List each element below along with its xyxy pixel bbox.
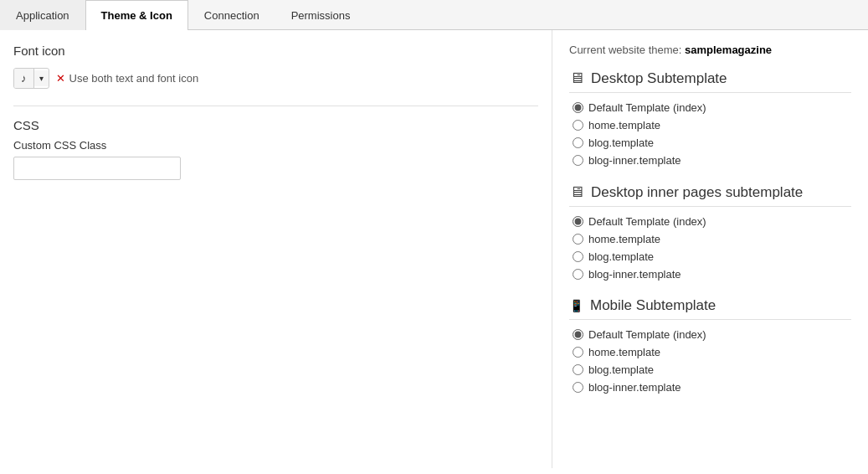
radio-default-template[interactable] bbox=[573, 102, 583, 113]
desktop-subtemplate-title: Desktop Subtemplate bbox=[591, 70, 727, 87]
radio-home-template[interactable] bbox=[573, 120, 583, 131]
radio-label: home.template bbox=[588, 233, 660, 245]
css-title: CSS bbox=[13, 118, 538, 132]
radio-blog-template[interactable] bbox=[573, 137, 583, 148]
tab-application[interactable]: Application bbox=[0, 0, 85, 30]
divider-1 bbox=[13, 106, 538, 106]
radio-mobile-default[interactable] bbox=[573, 329, 583, 340]
monitor-icon: 🖥 bbox=[569, 70, 584, 87]
radio-blog-inner-template[interactable] bbox=[573, 155, 583, 166]
desktop-inner-subtemplate-title: Desktop inner pages subtemplate bbox=[591, 184, 803, 201]
radio-label: blog-inner.template bbox=[588, 381, 681, 394]
font-icon-button[interactable]: ♪ ▾ bbox=[13, 68, 49, 89]
radio-item[interactable]: blog-inner.template bbox=[573, 154, 851, 167]
desktop-subtemplate-options: Default Template (index) home.template b… bbox=[569, 101, 851, 167]
radio-item[interactable]: home.template bbox=[573, 346, 851, 358]
mobile-subtemplate-section: 📱 Mobile Subtemplate Default Template (i… bbox=[569, 297, 851, 394]
desktop-inner-subtemplate-header: 🖥 Desktop inner pages subtemplate bbox=[569, 183, 851, 207]
radio-item[interactable]: blog.template bbox=[573, 137, 851, 149]
mobile-subtemplate-title: Mobile Subtemplate bbox=[590, 297, 716, 314]
mobile-icon: 📱 bbox=[569, 299, 583, 312]
desktop-subtemplate-section: 🖥 Desktop Subtemplate Default Template (… bbox=[569, 70, 851, 167]
radio-label: blog.template bbox=[588, 363, 654, 376]
content-area: Font icon ♪ ▾ ✕ Use both text and font i… bbox=[0, 30, 868, 468]
radio-label: Default Template (index) bbox=[588, 215, 706, 228]
radio-inner-blog[interactable] bbox=[573, 251, 583, 262]
current-theme: Current website theme: samplemagazine bbox=[569, 44, 851, 56]
radio-label: blog-inner.template bbox=[588, 154, 681, 167]
radio-item[interactable]: home.template bbox=[573, 119, 851, 131]
radio-item[interactable]: blog.template bbox=[573, 363, 851, 376]
radio-item[interactable]: home.template bbox=[573, 233, 851, 245]
font-icon-title: Font icon bbox=[13, 44, 538, 58]
radio-mobile-home[interactable] bbox=[573, 347, 583, 358]
mobile-subtemplate-options: Default Template (index) home.template b… bbox=[569, 328, 851, 394]
monitor-inner-icon: 🖥 bbox=[569, 183, 584, 201]
left-panel: Font icon ♪ ▾ ✕ Use both text and font i… bbox=[0, 30, 552, 468]
use-both-label: Use both text and font icon bbox=[69, 72, 199, 85]
radio-inner-home[interactable] bbox=[573, 234, 583, 245]
mobile-subtemplate-header: 📱 Mobile Subtemplate bbox=[569, 297, 851, 320]
tab-bar: Application Theme & Icon Connection Perm… bbox=[0, 0, 868, 30]
right-panel: Current website theme: samplemagazine 🖥 … bbox=[552, 30, 868, 468]
use-both-text-container: ✕ Use both text and font icon bbox=[56, 72, 199, 85]
tab-connection[interactable]: Connection bbox=[188, 0, 275, 30]
css-section: CSS Custom CSS Class bbox=[13, 118, 538, 180]
desktop-inner-subtemplate-section: 🖥 Desktop inner pages subtemplate Defaul… bbox=[569, 183, 851, 281]
custom-css-label: Custom CSS Class bbox=[13, 139, 538, 152]
radio-label: blog.template bbox=[588, 250, 654, 263]
desktop-subtemplate-header: 🖥 Desktop Subtemplate bbox=[569, 70, 851, 93]
radio-label: blog.template bbox=[588, 137, 654, 149]
radio-item[interactable]: blog-inner.template bbox=[573, 381, 851, 394]
x-icon: ✕ bbox=[56, 72, 65, 85]
current-theme-value: samplemagazine bbox=[685, 44, 772, 56]
tab-permissions[interactable]: Permissions bbox=[275, 0, 367, 30]
radio-label: Default Template (index) bbox=[588, 101, 706, 114]
radio-inner-default[interactable] bbox=[573, 216, 583, 227]
font-icon-music[interactable]: ♪ bbox=[14, 69, 34, 88]
radio-item[interactable]: Default Template (index) bbox=[573, 328, 851, 341]
current-theme-label: Current website theme: bbox=[569, 44, 681, 56]
radio-label: blog-inner.template bbox=[588, 268, 681, 281]
radio-label: home.template bbox=[588, 346, 660, 358]
radio-mobile-blog[interactable] bbox=[573, 364, 583, 375]
radio-item[interactable]: blog-inner.template bbox=[573, 268, 851, 281]
font-icon-row: ♪ ▾ ✕ Use both text and font icon bbox=[13, 68, 538, 89]
radio-label: Default Template (index) bbox=[588, 328, 706, 341]
desktop-inner-subtemplate-options: Default Template (index) home.template b… bbox=[569, 215, 851, 281]
radio-item[interactable]: blog.template bbox=[573, 250, 851, 263]
radio-item[interactable]: Default Template (index) bbox=[573, 101, 851, 114]
radio-inner-blog-inner[interactable] bbox=[573, 269, 583, 280]
radio-label: home.template bbox=[588, 119, 660, 131]
tab-theme-icon[interactable]: Theme & Icon bbox=[85, 0, 188, 30]
font-icon-dropdown-arrow[interactable]: ▾ bbox=[34, 70, 49, 86]
radio-item[interactable]: Default Template (index) bbox=[573, 215, 851, 228]
radio-mobile-blog-inner[interactable] bbox=[573, 382, 583, 393]
custom-css-input[interactable] bbox=[13, 157, 181, 180]
